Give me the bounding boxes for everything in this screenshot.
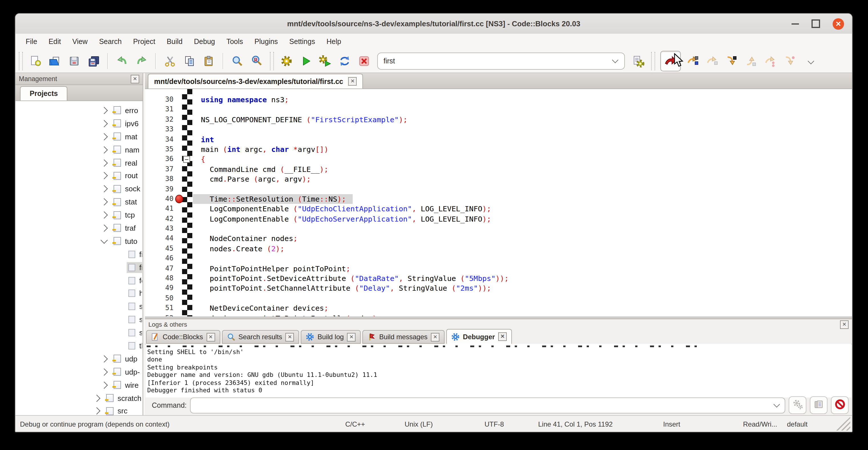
tree-expander-icon[interactable] <box>100 224 107 232</box>
close-icon[interactable]: ✕ <box>833 18 844 29</box>
tree-item-ipv6[interactable]: ipv6 <box>16 117 142 130</box>
tree-expander-icon[interactable] <box>100 146 107 153</box>
line-number[interactable]: 30 <box>145 95 174 105</box>
tree-expander-icon[interactable] <box>100 133 107 140</box>
tree-expander-icon[interactable] <box>93 408 100 415</box>
editor-tab[interactable]: mnt/dev/tools/source/ns-3-dev/examples/t… <box>148 74 363 89</box>
stop-debugger-button[interactable] <box>831 396 848 414</box>
maximize-icon[interactable] <box>811 20 820 28</box>
next-instruction-button[interactable] <box>764 54 777 68</box>
resize-grip[interactable] <box>835 417 850 430</box>
line-number[interactable]: 49 <box>145 283 174 294</box>
replace-button[interactable]: R <box>250 54 264 68</box>
code-line-37[interactable]: 37 CommandLine cmd (__FILE__); <box>145 164 852 174</box>
tree-item-erro[interactable]: erro <box>16 104 142 117</box>
tree-item-scratch[interactable]: scratch <box>16 391 142 404</box>
tree-item-rout[interactable]: rout <box>16 169 142 182</box>
tree-expander-icon[interactable] <box>100 355 107 362</box>
line-number[interactable]: 52 <box>145 313 174 317</box>
editor-tab-close-icon[interactable]: ✕ <box>348 77 357 86</box>
line-number[interactable]: 36 <box>145 154 174 164</box>
menu-tools[interactable]: Tools <box>222 37 247 46</box>
tree-item-six[interactable]: six <box>16 326 142 339</box>
find-button[interactable] <box>230 54 244 68</box>
code-line-44[interactable]: 44 NodeContainer nodes; <box>145 234 852 244</box>
code-line-46[interactable]: 46 <box>145 254 852 264</box>
tree-item-traf[interactable]: traf <box>16 221 142 235</box>
code-line-33[interactable]: 33 <box>145 124 852 134</box>
tree-expander-icon[interactable] <box>100 185 107 192</box>
code-line-41[interactable]: 41 LogComponentEnable ("UdpEchoClientApp… <box>145 204 852 214</box>
log-tab-search-results[interactable]: Search results✕ <box>222 330 299 344</box>
line-number[interactable]: 39 <box>145 184 174 194</box>
menu-help[interactable]: Help <box>322 37 345 46</box>
new-file-button[interactable] <box>29 54 42 68</box>
line-number[interactable]: 51 <box>145 303 174 313</box>
menu-settings[interactable]: Settings <box>285 37 319 46</box>
line-number[interactable]: 47 <box>145 264 174 274</box>
line-number[interactable]: 35 <box>145 145 174 154</box>
tree-item-tcp[interactable]: tcp <box>16 208 142 221</box>
log-tab-close-icon[interactable]: ✕ <box>286 333 294 341</box>
tree-expander-icon[interactable] <box>100 120 107 127</box>
undo-button[interactable] <box>115 54 129 68</box>
tree-expander-icon[interactable] <box>100 172 107 179</box>
log-tab-close-icon[interactable]: ✕ <box>498 332 507 341</box>
tree-expander-icon[interactable] <box>93 394 100 401</box>
tree-expander-icon[interactable] <box>100 211 107 218</box>
line-number[interactable]: 48 <box>145 274 174 283</box>
tree-item-wire[interactable]: wire <box>16 378 142 391</box>
tree-item-se[interactable]: se <box>16 300 142 313</box>
log-tab-close-icon[interactable]: ✕ <box>206 333 215 341</box>
build-target-input[interactable] <box>378 57 613 65</box>
code-line-49[interactable]: 49 pointToPoint.SetChannelAttribute ("De… <box>145 283 852 294</box>
build-and-run-button[interactable] <box>318 54 332 68</box>
command-input[interactable] <box>191 400 774 410</box>
menu-build[interactable]: Build <box>162 37 187 46</box>
menu-project[interactable]: Project <box>128 37 160 46</box>
code-editor[interactable]: 30using namespace ns3;3132NS_LOG_COMPONE… <box>145 89 852 317</box>
line-number[interactable]: 42 <box>145 214 174 224</box>
tree-item-udp-[interactable]: udp- <box>16 365 142 379</box>
code-line-30[interactable]: 30using namespace ns3; <box>145 95 852 105</box>
tree-item-fif[interactable]: fif <box>16 248 142 261</box>
run-button[interactable] <box>299 54 313 68</box>
send-keys-button[interactable] <box>789 396 806 414</box>
chevron-down-icon[interactable] <box>612 57 619 63</box>
line-number[interactable]: 34 <box>145 134 174 145</box>
tree-expander-icon[interactable] <box>100 107 107 114</box>
code-line-40[interactable]: 40 Time::SetResolution (Time::NS); <box>145 194 852 204</box>
fold-minus-icon[interactable] <box>183 156 190 163</box>
tree-expander-icon[interactable] <box>100 368 107 376</box>
menu-plugins[interactable]: Plugins <box>250 37 282 46</box>
debugger-log[interactable]: Setting SHELL to '/bin/sh'doneSetting br… <box>146 344 851 397</box>
horizontal-splitter[interactable] <box>145 317 852 319</box>
next-line-button[interactable] <box>705 54 719 68</box>
line-number[interactable]: 40 <box>145 194 174 204</box>
toolbar-grip[interactable] <box>270 52 274 70</box>
chevron-down-icon[interactable] <box>774 401 780 408</box>
line-number[interactable]: 38 <box>145 174 174 184</box>
line-number[interactable]: 43 <box>145 224 174 234</box>
code-line-48[interactable]: 48 pointToPoint.SetDeviceAttribute ("Dat… <box>145 274 852 283</box>
tree-item-mat[interactable]: mat <box>16 130 142 143</box>
code-line-34[interactable]: 34int <box>145 134 852 145</box>
line-number[interactable]: 46 <box>145 254 174 264</box>
tree-item-th[interactable]: th <box>16 339 142 352</box>
log-tab-build-log[interactable]: Build log✕ <box>301 330 361 344</box>
code-line-32[interactable]: 32NS_LOG_COMPONENT_DEFINE ("FirstScriptE… <box>145 115 852 125</box>
build-button[interactable] <box>280 54 293 68</box>
code-line-39[interactable]: 39 <box>145 184 852 194</box>
copy-log-button[interactable] <box>810 396 828 414</box>
log-tab-code-blocks[interactable]: Code::Blocks✕ <box>146 330 220 344</box>
management-close-icon[interactable]: ✕ <box>131 74 139 83</box>
step-out-button[interactable] <box>744 54 758 68</box>
chevron-down-icon[interactable] <box>808 58 814 64</box>
line-number[interactable]: 50 <box>145 294 174 303</box>
line-number[interactable]: 41 <box>145 204 174 214</box>
log-tab-debugger[interactable]: Debugger✕ <box>446 329 512 344</box>
tree-item-fo[interactable]: fo <box>16 274 142 287</box>
line-number[interactable]: 44 <box>145 234 174 244</box>
code-line-51[interactable]: 51 NetDeviceContainer devices; <box>145 303 852 313</box>
line-number[interactable]: 31 <box>145 105 174 115</box>
